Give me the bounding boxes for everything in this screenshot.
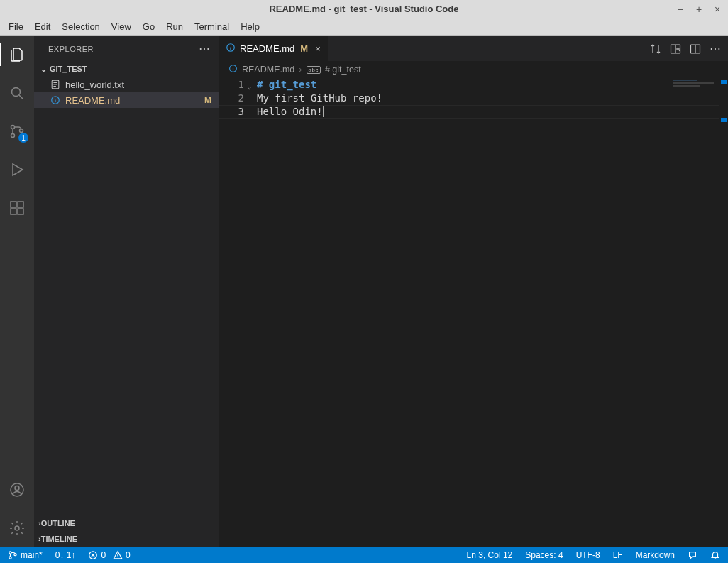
open-changes-button[interactable] xyxy=(650,43,661,55)
status-cursor-position[interactable]: Ln 3, Col 12 xyxy=(465,547,515,563)
compare-icon xyxy=(650,43,661,55)
sidebar-title: EXPLORER xyxy=(48,45,94,53)
tab-filename: README.md xyxy=(240,43,294,54)
svg-point-19 xyxy=(9,556,11,558)
timeline-label: TIMELINE xyxy=(41,535,77,543)
activity-search[interactable] xyxy=(0,79,34,107)
breadcrumbs[interactable]: README.md › abc # git_test xyxy=(219,61,728,78)
status-indentation[interactable]: Spaces: 4 xyxy=(523,547,565,563)
overview-ruler[interactable] xyxy=(719,78,728,547)
status-warnings: 0 xyxy=(126,550,131,560)
status-branch[interactable]: main* xyxy=(6,547,45,563)
open-preview-button[interactable] xyxy=(670,43,681,55)
file-tree-item[interactable]: README.md M xyxy=(34,92,219,108)
editor-content[interactable]: # git_test My first GitHub repo! Hello O… xyxy=(257,78,728,547)
window-title: README.md - git_test - Visual Studio Cod… xyxy=(269,4,458,14)
activity-run-debug[interactable] xyxy=(0,155,34,184)
status-feedback[interactable] xyxy=(685,547,700,563)
activity-settings[interactable] xyxy=(0,514,34,542)
status-eol[interactable]: LF xyxy=(611,547,625,563)
menu-selection[interactable]: Selection xyxy=(56,20,105,33)
file-tree-item[interactable]: hello_world.txt xyxy=(34,77,219,92)
menu-go[interactable]: Go xyxy=(137,20,160,33)
window-titlebar: README.md - git_test - Visual Studio Cod… xyxy=(0,0,728,18)
menu-view[interactable]: View xyxy=(106,20,137,33)
status-sync-text: 0↓ 1↑ xyxy=(55,550,76,560)
activity-source-control[interactable]: 1 xyxy=(0,117,34,146)
svg-point-9 xyxy=(15,486,19,491)
menu-help[interactable]: Help xyxy=(235,20,265,33)
file-name: hello_world.txt xyxy=(65,80,124,90)
window-close-button[interactable]: × xyxy=(711,3,724,16)
activity-accounts[interactable] xyxy=(0,476,34,504)
status-encoding[interactable]: UTF-8 xyxy=(574,547,602,563)
breadcrumb-symbol[interactable]: # git_test xyxy=(325,65,361,75)
split-icon xyxy=(690,43,701,55)
editor-more-button[interactable]: ⋯ xyxy=(710,42,721,55)
code-line: My first GitHub repo! xyxy=(257,92,382,104)
menu-edit[interactable]: Edit xyxy=(29,20,56,33)
editor-area[interactable]: ⌄ 1 2 3 # git_test My first GitHub repo!… xyxy=(219,78,728,547)
tab-close-button[interactable]: × xyxy=(315,43,321,54)
status-language-mode[interactable]: Markdown xyxy=(634,547,677,563)
warning-icon xyxy=(113,550,123,560)
status-sync[interactable]: 0↓ 1↑ xyxy=(53,547,78,563)
sidebar-header: EXPLORER ⋯ xyxy=(34,36,219,61)
menu-run[interactable]: Run xyxy=(160,20,189,33)
status-notifications[interactable] xyxy=(708,547,722,563)
svg-point-2 xyxy=(11,134,15,138)
debug-icon xyxy=(9,161,26,178)
svg-rect-4 xyxy=(11,202,16,207)
editor-tab[interactable]: README.md M × xyxy=(219,36,329,61)
status-bar: main* 0↓ 1↑ 0 0 Ln 3, Col 12 Spaces: 4 U… xyxy=(0,547,728,563)
svg-point-1 xyxy=(11,126,15,129)
bell-icon xyxy=(710,550,720,560)
fold-icon[interactable]: ⌄ xyxy=(247,80,252,93)
menu-file[interactable]: File xyxy=(3,20,29,33)
menu-terminal[interactable]: Terminal xyxy=(189,20,235,33)
source-control-badge: 1 xyxy=(18,133,28,143)
symbol-string-icon: abc xyxy=(307,66,321,74)
modified-indicator: M xyxy=(204,95,211,105)
status-errors: 0 xyxy=(101,550,106,560)
activity-bar: 1 xyxy=(0,36,34,547)
account-icon xyxy=(9,481,26,498)
menubar: File Edit Selection View Go Run Terminal… xyxy=(0,18,728,36)
activity-explorer[interactable] xyxy=(0,40,34,69)
sidebar: EXPLORER ⋯ ⌄ GIT_TEST hello_world.txt xyxy=(34,36,219,547)
line-number: 1 xyxy=(219,78,244,92)
minimap[interactable] xyxy=(668,78,719,547)
split-editor-button[interactable] xyxy=(690,43,701,55)
window-maximize-button[interactable]: + xyxy=(693,3,705,16)
explorer-folder-header[interactable]: ⌄ GIT_TEST xyxy=(34,61,219,77)
status-branch-name: main* xyxy=(21,550,43,560)
svg-point-15 xyxy=(677,48,679,50)
explorer-folder-name: GIT_TEST xyxy=(50,65,87,73)
svg-point-18 xyxy=(9,551,11,553)
svg-point-0 xyxy=(12,88,21,97)
editor-actions: ⋯ xyxy=(643,36,728,61)
chevron-right-icon: › xyxy=(299,65,302,75)
tab-modified-indicator: M xyxy=(300,43,308,54)
sidebar-more-button[interactable]: ⋯ xyxy=(199,43,211,55)
svg-rect-6 xyxy=(11,209,16,214)
outline-section[interactable]: › OUTLINE xyxy=(34,515,219,531)
info-icon xyxy=(228,64,238,75)
code-line: Hello Odin! xyxy=(257,106,323,117)
breadcrumb-file[interactable]: README.md xyxy=(242,65,294,75)
file-lines-icon xyxy=(50,79,61,90)
file-name: README.md xyxy=(65,95,120,106)
line-number: 2 xyxy=(219,92,244,105)
svg-point-10 xyxy=(15,526,19,530)
activity-extensions[interactable] xyxy=(0,194,34,222)
info-icon xyxy=(226,43,236,55)
line-number: 3 xyxy=(219,105,244,119)
window-minimize-button[interactable]: − xyxy=(674,3,687,16)
feedback-icon xyxy=(688,550,697,560)
text-cursor xyxy=(323,106,324,117)
window-controls: − + × xyxy=(674,0,724,18)
file-tree: hello_world.txt README.md M xyxy=(34,77,219,515)
status-problems[interactable]: 0 0 xyxy=(86,547,132,563)
timeline-section[interactable]: › TIMELINE xyxy=(34,531,219,547)
editor-group: README.md M × ⋯ xyxy=(219,36,728,547)
